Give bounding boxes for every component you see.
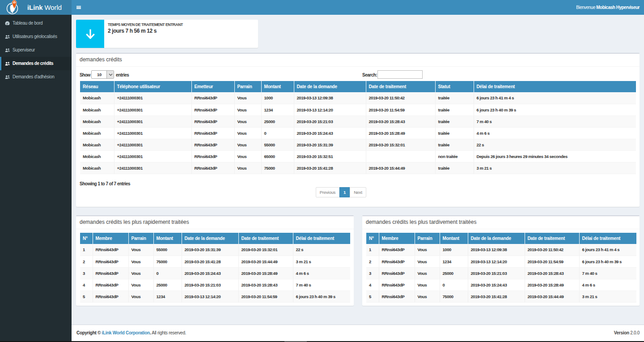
- svg-text:$: $: [14, 1, 15, 4]
